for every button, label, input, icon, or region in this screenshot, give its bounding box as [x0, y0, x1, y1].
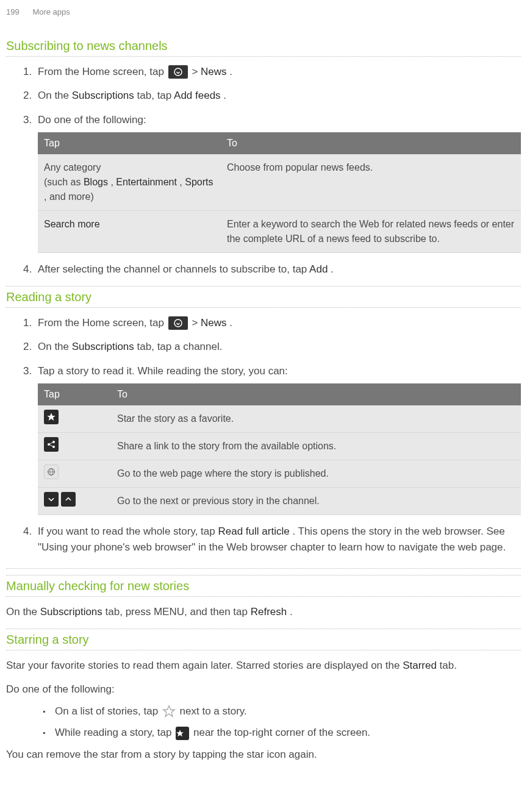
svg-marker-12	[176, 730, 184, 736]
text-part: next to a story.	[180, 705, 247, 717]
cell-description: Star the story as a favorite.	[111, 405, 521, 433]
do-one-following: Do one of the following:	[6, 682, 521, 697]
step-1: 1. From the Home screen, tap > News .	[23, 315, 521, 331]
step-text-part: After selecting the channel or channels …	[38, 263, 309, 275]
page-header: 199 More apps	[6, 6, 521, 18]
starring-intro: Star your favorite stories to read them …	[6, 658, 521, 674]
heading-starring: Starring a story	[6, 629, 521, 650]
step-2: 2. On the Subscriptions tab, tap Add fee…	[23, 88, 521, 104]
tab-name: Subscriptions	[72, 341, 134, 352]
chevron-down-icon	[44, 492, 59, 507]
step-text-part: >	[192, 317, 201, 329]
step-text-part: If you want to read the whole story, tap	[38, 525, 218, 537]
step-number: 3.	[23, 112, 32, 128]
heading-manual-check: Manually checking for new stories	[6, 575, 521, 597]
globe-icon	[44, 465, 59, 479]
category-name: Blogs	[84, 177, 108, 187]
step-text-part: tab, tap a channel.	[137, 341, 223, 352]
svg-marker-11	[163, 706, 174, 716]
app-name: News	[201, 66, 227, 77]
step-text-part: On the	[38, 341, 72, 352]
cell-description: Enter a keyword to search the Web for re…	[221, 211, 521, 253]
list-item: While reading a story, tap near the top-…	[43, 725, 521, 741]
step-number: 1.	[23, 64, 32, 80]
step-text-part: tab, tap	[137, 90, 174, 101]
section-title: More apps	[32, 7, 70, 16]
home-apps-icon	[168, 316, 188, 330]
list-item: On a list of stories, tap next to a stor…	[43, 703, 521, 719]
cell-icon	[38, 433, 111, 460]
text-part: near the top-right corner of the screen.	[193, 727, 370, 738]
cell-text-part: , and more)	[44, 191, 94, 202]
svg-point-4	[52, 441, 55, 443]
text-part: On a list of stories, tap	[55, 705, 161, 717]
starring-remove-note: You can remove the star from a story by …	[6, 747, 521, 763]
cell-icon	[38, 460, 111, 488]
action-name: Refresh	[251, 606, 287, 618]
step-number: 3.	[23, 363, 32, 379]
step-text: Tap a story to read it. While reading th…	[38, 365, 288, 377]
table-row: Star the story as a favorite.	[38, 405, 521, 433]
cell-description: Go to the web page where the story is pu…	[111, 460, 521, 488]
tap-to-table-1: Tap To Any category (such as Blogs , Ent…	[38, 132, 521, 253]
step-text-part: .	[223, 90, 226, 101]
step-text: Do one of the following:	[38, 114, 146, 126]
table-row: Go to the web page where the story is pu…	[38, 460, 521, 488]
action-name: Add feeds	[174, 90, 221, 101]
step-1: 1. From the Home screen, tap > News .	[23, 64, 521, 80]
heading-reading: Reading a story	[6, 286, 521, 308]
text-part: While reading a story, tap	[55, 727, 174, 738]
svg-line-6	[49, 442, 52, 444]
text-part: On the	[6, 606, 40, 618]
cell-description: Choose from popular news feeds.	[221, 154, 521, 211]
cell-any-category: Any category (such as Blogs , Entertainm…	[38, 154, 221, 211]
step-4: 4. After selecting the channel or channe…	[23, 262, 521, 277]
home-apps-icon	[168, 65, 188, 79]
star-outline-icon	[162, 705, 176, 718]
step-number: 2.	[23, 88, 32, 104]
manual-check-text: On the Subscriptions tab, press MENU, an…	[6, 604, 521, 620]
text-part: tab.	[440, 660, 457, 671]
step-text-part: .	[229, 317, 232, 329]
action-name: Add	[309, 263, 328, 275]
svg-point-3	[48, 443, 50, 446]
section-divider	[6, 568, 521, 569]
action-name: Read full article	[218, 525, 289, 537]
step-number: 4.	[23, 524, 32, 540]
step-text-part: On the	[38, 90, 72, 101]
cell-icon	[38, 488, 111, 515]
step-text-part: >	[192, 66, 201, 77]
starring-options: On a list of stories, tap next to a stor…	[6, 703, 521, 741]
svg-point-1	[174, 319, 182, 327]
star-filled-icon	[176, 727, 189, 740]
page-number: 199	[6, 7, 20, 16]
cell-description: Go to the next or previous story in the …	[111, 488, 521, 515]
step-4: 4. If you want to read the whole story, …	[23, 524, 521, 555]
heading-subscribing: Subscribing to news channels	[6, 35, 521, 57]
step-number: 2.	[23, 339, 32, 355]
tab-name: Subscriptions	[40, 606, 102, 618]
table-row: Go to the next or previous story in the …	[38, 488, 521, 515]
text-part: Star your favorite stories to read them …	[6, 660, 403, 671]
tab-name: Starred	[403, 660, 437, 671]
category-name: Entertainment	[116, 177, 177, 187]
category-name: Sports	[185, 177, 213, 187]
step-text-part: .	[331, 263, 334, 275]
cell-description: Share a link to the story from the avail…	[111, 433, 521, 460]
table-row: Share a link to the story from the avail…	[38, 433, 521, 460]
th-tap: Tap	[38, 132, 221, 154]
subscribing-steps: 1. From the Home screen, tap > News . 2.…	[6, 64, 521, 277]
step-number: 1.	[23, 315, 32, 331]
step-number: 4.	[23, 262, 32, 277]
app-name: News	[201, 317, 227, 329]
cell-text-part: (such as	[44, 177, 84, 187]
step-text-part: From the Home screen, tap	[38, 66, 167, 77]
step-text-part: .	[229, 66, 232, 77]
tab-name: Subscriptions	[72, 90, 134, 101]
table-row: Any category (such as Blogs , Entertainm…	[38, 154, 521, 211]
th-tap: Tap	[38, 383, 111, 405]
step-3: 3. Tap a story to read it. While reading…	[23, 363, 521, 516]
chevron-up-icon	[61, 492, 76, 507]
th-to: To	[111, 383, 521, 405]
table-row: Search more Enter a keyword to search th…	[38, 211, 521, 253]
